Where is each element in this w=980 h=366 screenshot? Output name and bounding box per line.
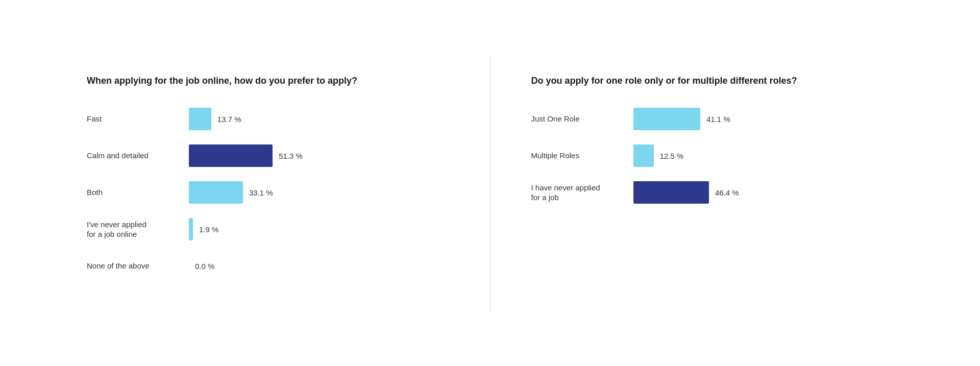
bar-label: Multiple Roles (531, 151, 633, 161)
chart-title-1: When applying for the job online, how do… (87, 75, 449, 87)
bar-fill (189, 181, 243, 204)
bar-track: 12.5 % (633, 144, 684, 167)
bars-container-1: Fast13.7 %Calm and detailed51.3 %Both33.… (87, 108, 449, 277)
bar-value: 33.1 % (249, 188, 273, 197)
bar-track: 1.9 % (189, 218, 218, 240)
bar-track: 33.1 % (189, 181, 273, 204)
bar-fill (633, 144, 654, 167)
bar-fill (189, 218, 193, 240)
bars-container-2: Just One Role41.1 %Multiple Roles12.5 %I… (531, 108, 894, 204)
bar-row: Both33.1 % (87, 181, 449, 204)
bar-value: 51.3 % (279, 152, 303, 160)
bar-row: None of the above0.0 % (87, 255, 449, 277)
bar-row: Multiple Roles12.5 % (531, 144, 894, 167)
bar-track: 46.4 % (633, 181, 739, 204)
bar-label: None of the above (87, 261, 189, 271)
bar-row: Fast13.7 % (87, 108, 449, 130)
bar-row: I have never applied for a job46.4 % (531, 181, 894, 204)
bar-label: I've never applied for a job online (87, 219, 189, 239)
bar-row: Calm and detailed51.3 % (87, 144, 449, 167)
bar-fill (633, 108, 701, 130)
bar-fill (633, 181, 709, 204)
bar-value: 1.9 % (199, 225, 218, 234)
bar-value: 13.7 % (217, 115, 241, 124)
bar-value: 12.5 % (660, 152, 684, 160)
bar-row: Just One Role41.1 % (531, 108, 894, 130)
bar-track: 13.7 % (189, 108, 241, 130)
chart-section-1: When applying for the job online, how do… (56, 54, 480, 312)
bar-label: Calm and detailed (87, 151, 189, 161)
chart-title-2: Do you apply for one role only or for mu… (531, 75, 894, 87)
chart-divider (490, 54, 491, 312)
bar-label: Both (87, 187, 189, 198)
bar-value: 41.1 % (706, 115, 730, 124)
charts-container: When applying for the job online, how do… (56, 54, 924, 312)
bar-value: 46.4 % (715, 188, 739, 197)
bar-track: 41.1 % (633, 108, 730, 130)
bar-track: 51.3 % (189, 144, 303, 167)
bar-fill (189, 144, 273, 167)
bar-label: I have never applied for a job (531, 183, 633, 203)
bar-label: Just One Role (531, 114, 633, 124)
bar-fill (189, 108, 211, 130)
chart-section-2: Do you apply for one role only or for mu… (501, 54, 924, 312)
bar-track: 0.0 % (189, 255, 214, 277)
bar-label: Fast (87, 114, 189, 124)
bar-value: 0.0 % (195, 262, 214, 271)
bar-row: I've never applied for a job online1.9 % (87, 218, 449, 240)
